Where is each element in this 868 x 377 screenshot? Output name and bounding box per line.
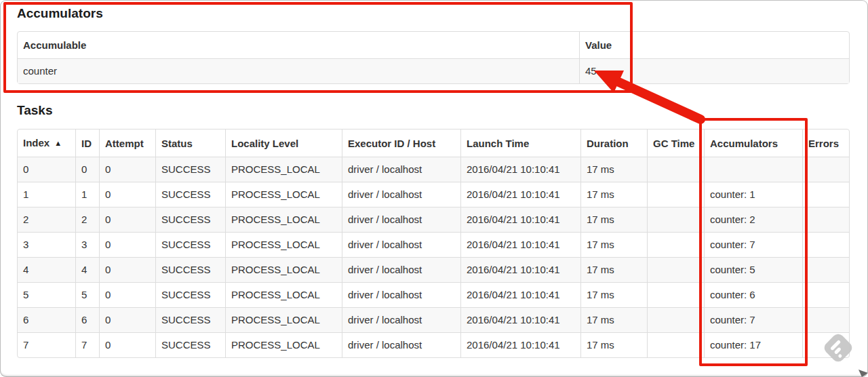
tasks-section-heading: Tasks: [17, 103, 850, 118]
table-cell: [647, 207, 704, 232]
table-cell: [704, 157, 802, 182]
table-cell: 45: [579, 58, 849, 83]
column-header-value[interactable]: Value: [579, 32, 849, 58]
accumulators-header-row: AccumulableValue: [18, 32, 849, 58]
column-header-label: Attempt: [105, 138, 144, 149]
column-header-label: Status: [161, 138, 193, 149]
sort-ascending-icon: ▲: [54, 139, 62, 147]
tasks-header-row: Index▲IDAttemptStatusLocality LevelExecu…: [18, 130, 849, 157]
table-cell: [802, 332, 849, 357]
table-cell: 0: [99, 232, 155, 257]
table-cell: [802, 307, 849, 332]
table-cell: 0: [99, 182, 155, 207]
table-cell: counter: 1: [704, 182, 802, 207]
column-header-id[interactable]: ID: [75, 130, 99, 157]
column-header-executor-id-host[interactable]: Executor ID / Host: [342, 130, 460, 157]
table-cell: counter: 5: [704, 257, 802, 282]
column-header-index[interactable]: Index▲: [18, 130, 75, 157]
table-cell: PROCESS_LOCAL: [225, 157, 342, 182]
table-cell: 0: [18, 157, 75, 182]
table-cell: 0: [99, 332, 155, 357]
table-cell: 2: [18, 207, 75, 232]
table-cell: 0: [99, 307, 155, 332]
column-header-launch-time[interactable]: Launch Time: [460, 130, 580, 157]
table-row: 550SUCCESSPROCESS_LOCALdriver / localhos…: [18, 282, 849, 307]
table-cell: driver / localhost: [342, 257, 460, 282]
column-header-label: Executor ID / Host: [348, 138, 435, 149]
column-header-label: Locality Level: [231, 138, 298, 149]
table-cell: 1: [18, 182, 75, 207]
table-cell: 3: [75, 232, 99, 257]
table-cell: [647, 307, 704, 332]
column-header-locality-level[interactable]: Locality Level: [225, 130, 342, 157]
table-cell: 6: [18, 307, 75, 332]
table-cell: driver / localhost: [342, 182, 460, 207]
column-header-label: GC Time: [653, 138, 694, 149]
table-cell: SUCCESS: [155, 282, 225, 307]
cursor-arrow: [859, 370, 868, 377]
table-cell: SUCCESS: [155, 307, 225, 332]
table-cell: [647, 332, 704, 357]
table-cell: 2016/04/21 10:10:41: [460, 207, 580, 232]
column-header-label: Index: [23, 137, 50, 148]
table-cell: 0: [99, 257, 155, 282]
table-row: 220SUCCESSPROCESS_LOCALdriver / localhos…: [18, 207, 849, 232]
tasks-table: Index▲IDAttemptStatusLocality LevelExecu…: [17, 129, 850, 358]
column-header-duration[interactable]: Duration: [580, 130, 647, 157]
column-header-label: Errors: [808, 138, 839, 149]
table-cell: driver / localhost: [342, 282, 460, 307]
table-row: 770SUCCESSPROCESS_LOCALdriver / localhos…: [18, 332, 849, 357]
table-cell: SUCCESS: [155, 182, 225, 207]
column-header-gc-time[interactable]: GC Time: [647, 130, 704, 157]
table-cell: 17 ms: [580, 157, 647, 182]
table-cell: 17 ms: [580, 332, 647, 357]
table-cell: 17 ms: [580, 257, 647, 282]
table-cell: [802, 282, 849, 307]
table-cell: [802, 157, 849, 182]
table-cell: PROCESS_LOCAL: [225, 282, 342, 307]
table-cell: SUCCESS: [155, 157, 225, 182]
table-cell: 5: [75, 282, 99, 307]
table-cell: 17 ms: [580, 232, 647, 257]
table-cell: [647, 257, 704, 282]
column-header-accumulators[interactable]: Accumulators: [704, 130, 802, 157]
column-header-label: Accumulators: [710, 138, 778, 149]
table-cell: 2016/04/21 10:10:41: [460, 257, 580, 282]
table-cell: SUCCESS: [155, 257, 225, 282]
table-cell: counter: 7: [704, 307, 802, 332]
table-cell: PROCESS_LOCAL: [225, 182, 342, 207]
column-header-status[interactable]: Status: [155, 130, 225, 157]
table-row: 110SUCCESSPROCESS_LOCALdriver / localhos…: [18, 182, 849, 207]
table-cell: [647, 282, 704, 307]
table-cell: [647, 182, 704, 207]
table-cell: 2016/04/21 10:10:41: [460, 182, 580, 207]
table-cell: 4: [18, 257, 75, 282]
table-cell: [802, 207, 849, 232]
table-cell: counter: 2: [704, 207, 802, 232]
table-cell: [802, 182, 849, 207]
table-cell: 5: [18, 282, 75, 307]
column-header-errors[interactable]: Errors: [802, 130, 849, 157]
table-cell: driver / localhost: [342, 207, 460, 232]
table-cell: driver / localhost: [342, 157, 460, 182]
table-cell: 0: [99, 207, 155, 232]
table-cell: 4: [75, 257, 99, 282]
table-cell: 0: [99, 282, 155, 307]
table-row: 440SUCCESSPROCESS_LOCALdriver / localhos…: [18, 257, 849, 282]
table-cell: driver / localhost: [342, 307, 460, 332]
table-cell: SUCCESS: [155, 332, 225, 357]
table-cell: SUCCESS: [155, 232, 225, 257]
accumulators-section-heading: Accumulators: [17, 6, 850, 21]
table-row: 330SUCCESSPROCESS_LOCALdriver / localhos…: [18, 232, 849, 257]
column-header-label: Value: [585, 39, 612, 51]
table-cell: 17 ms: [580, 207, 647, 232]
column-header-label: ID: [81, 138, 92, 149]
table-cell: counter: 17: [704, 332, 802, 357]
table-cell: PROCESS_LOCAL: [225, 332, 342, 357]
column-header-label: Accumulable: [23, 39, 86, 51]
column-header-attempt[interactable]: Attempt: [99, 130, 155, 157]
table-cell: 0: [75, 157, 99, 182]
table-cell: PROCESS_LOCAL: [225, 207, 342, 232]
column-header-accumulable[interactable]: Accumulable: [18, 32, 579, 58]
table-cell: 3: [18, 232, 75, 257]
